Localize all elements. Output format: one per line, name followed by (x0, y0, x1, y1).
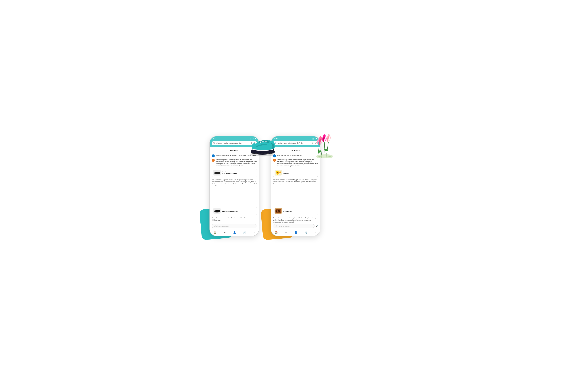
left-time: 9:41 (213, 138, 217, 140)
left-nav-cart[interactable]: 🛒 (243, 231, 246, 234)
svg-rect-7 (264, 153, 266, 154)
right-flowers-card-chevron: › (316, 172, 316, 174)
right-user-text-1: what are good gifts for valentine's day (277, 154, 318, 156)
right-assistant-text-1: Valentine's Day is a special occasion to… (277, 159, 318, 167)
left-phone-wrapper: 9:41 ▌▌ ▾ ■ 🔍 what are the differences b… (210, 136, 259, 236)
left-followup-bar (210, 223, 259, 229)
right-extra-text-1: Roses are a classic Valentine's Day gift… (273, 179, 318, 205)
right-mic-icon[interactable]: 🎤 (315, 142, 317, 144)
right-flowers-card[interactable]: Search Flowers › (273, 169, 318, 177)
left-search-bar[interactable]: 🔍 what are the differences between tra..… (212, 141, 257, 145)
left-trail-card[interactable]: Search Trail Running Shoes › (212, 169, 257, 177)
left-road-card-chevron: › (255, 210, 255, 212)
right-phone-wrapper: 9:41 ▌▌ ▾ ■ 🔍 what are good gifts for va… (271, 136, 320, 236)
right-chocolates-card-title: Chocolates (284, 211, 314, 213)
right-flowers-card-title: Flowers (284, 173, 314, 174)
svg-line-16 (326, 142, 328, 158)
left-trail-card-label: Search (222, 171, 253, 173)
right-user-avatar-1: 👤 (273, 154, 276, 158)
right-time: 9:41 (274, 138, 278, 140)
svg-point-32 (280, 172, 281, 173)
left-search-query: what are the differences between tra... (216, 142, 250, 144)
right-rufus-header: Rufusbeta ··· (271, 148, 320, 153)
right-nav-account[interactable]: 👤 (294, 231, 297, 234)
left-trail-card-img (213, 170, 221, 176)
right-assistant-avatar-1: ● (273, 159, 276, 162)
right-nav-sparkle[interactable]: ✦ (285, 231, 287, 234)
right-chocolates-card-label: Search (284, 209, 314, 211)
right-chocolates-card-img (274, 208, 282, 214)
svg-rect-36 (276, 210, 277, 211)
left-trail-card-title: Trail Running Shoes (222, 173, 253, 174)
right-search-query: what are good gifts for valentine's day (278, 142, 311, 144)
left-nav-sparkle[interactable]: ✦ (224, 231, 226, 234)
svg-rect-39 (276, 211, 277, 212)
left-nav-home[interactable]: 🏠 (213, 231, 217, 234)
svg-rect-38 (279, 210, 280, 211)
left-assistant-text-1: Trail running shoes are designed for off… (216, 159, 257, 167)
left-extra-text-1: Trail shoes have aggressive tread with d… (212, 179, 257, 205)
right-search-bar[interactable]: 🔍 what are good gifts for valentine's da… (273, 141, 318, 145)
left-nav-menu[interactable]: ≡ (254, 231, 255, 234)
left-rufus-header: Rufusbeta ··· (210, 148, 259, 153)
left-road-card[interactable]: Search Road Running Shoes › (212, 207, 257, 215)
right-status-bar: 9:41 ▌▌ ▾ ■ (271, 136, 320, 140)
right-search-area: 🔍 what are good gifts for valentine's da… (271, 140, 320, 147)
left-nav-account[interactable]: 👤 (233, 231, 236, 234)
svg-line-15 (324, 142, 325, 158)
right-followup-bar: 🎤 (271, 223, 320, 229)
left-road-card-label: Search (222, 209, 253, 211)
svg-line-1 (261, 141, 268, 141)
left-trail-card-chevron: › (255, 172, 255, 174)
right-chocolates-card-chevron: › (316, 210, 316, 212)
right-nav-home[interactable]: 🏠 (275, 231, 278, 234)
right-divider (293, 147, 299, 147)
right-assistant-msg-1: ● Valentine's Day is a special occasion … (273, 159, 318, 167)
svg-point-22 (277, 172, 278, 173)
right-rufus-more[interactable]: ··· (315, 149, 318, 152)
right-flowers-card-label: Search (284, 171, 314, 173)
left-assistant-avatar-1: ● (212, 159, 215, 162)
svg-point-24 (277, 174, 278, 175)
left-followup-input[interactable] (212, 224, 257, 228)
left-rufus-more[interactable]: ··· (253, 149, 256, 152)
right-status-icons: ▌▌ ▾ ■ (312, 138, 317, 139)
svg-rect-8 (267, 153, 269, 154)
svg-point-23 (277, 171, 278, 172)
left-status-icons: ▌▌ ▾ ■ (251, 138, 256, 139)
right-settings-icon[interactable]: ⚙ (312, 142, 314, 144)
right-bottom-nav: 🏠 ✦ 👤 🛒 ≡ (271, 229, 320, 236)
right-chocolates-card[interactable]: Search Chocolates › (273, 207, 318, 215)
left-road-card-title: Road Running Shoes (222, 211, 253, 213)
left-search-area: 🔍 what are the differences between tra..… (210, 140, 259, 147)
left-divider (231, 147, 237, 147)
svg-rect-6 (261, 153, 263, 154)
left-status-bar: 9:41 ▌▌ ▾ ■ (210, 136, 259, 140)
left-user-msg-1: 👤 what are the differences between trail… (212, 154, 257, 158)
left-rufus-title: Rufusbeta (230, 149, 238, 152)
left-assistant-msg-1: ● Trail running shoes are designed for o… (212, 159, 257, 167)
svg-rect-41 (279, 211, 280, 212)
left-phone: 9:41 ▌▌ ▾ ■ 🔍 what are the differences b… (210, 136, 259, 236)
right-followup-input[interactable] (273, 224, 315, 228)
right-phone: 9:41 ▌▌ ▾ ■ 🔍 what are good gifts for va… (271, 136, 320, 236)
left-search-icon: 🔍 (213, 142, 215, 144)
right-followup-mic[interactable]: 🎤 (316, 225, 318, 227)
left-bottom-nav: 🏠 ✦ 👤 🛒 ≡ (210, 229, 259, 236)
left-settings-icon[interactable]: ⚙ (251, 142, 252, 144)
left-user-avatar-1: 👤 (212, 154, 215, 158)
right-flowers-card-img (274, 170, 282, 176)
right-user-msg-1: 👤 what are good gifts for valentine's da… (273, 154, 318, 158)
left-road-card-img (213, 208, 221, 214)
main-scene: 9:41 ▌▌ ▾ ■ 🔍 what are the differences b… (210, 136, 378, 236)
right-nav-cart[interactable]: 🛒 (304, 231, 308, 234)
right-rufus-title: Rufusbeta (292, 149, 300, 152)
right-search-icon: 🔍 (274, 142, 277, 144)
svg-point-19 (324, 149, 328, 151)
svg-line-14 (321, 144, 322, 158)
svg-point-25 (276, 172, 277, 173)
left-user-text-1: what are the differences between trail a… (216, 154, 257, 156)
svg-line-2 (260, 142, 269, 142)
left-mic-icon[interactable]: 🎤 (253, 142, 255, 144)
right-nav-menu[interactable]: ≡ (315, 231, 316, 234)
